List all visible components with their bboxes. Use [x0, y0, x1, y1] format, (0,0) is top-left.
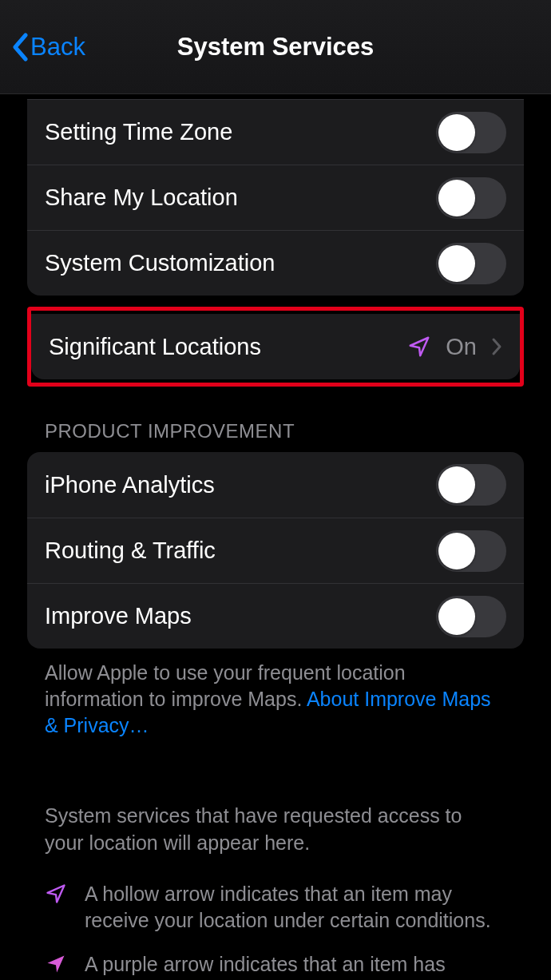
row-label: iPhone Analytics: [45, 472, 215, 498]
back-button[interactable]: Back: [11, 33, 85, 61]
toggle-setting-time-zone[interactable]: [436, 112, 506, 153]
row-iphone-analytics: iPhone Analytics: [27, 452, 524, 518]
row-share-my-location: Share My Location: [27, 165, 524, 230]
page-title: System Services: [177, 33, 374, 61]
row-setting-time-zone: Setting Time Zone: [27, 99, 524, 165]
row-label: Share My Location: [45, 184, 238, 211]
settings-group-product-improvement: iPhone Analytics Routing & Traffic Impro…: [27, 452, 524, 649]
legend-item-purple: A purple arrow indicates that an item ha…: [45, 951, 506, 981]
row-label: Significant Locations: [49, 334, 261, 360]
back-label: Back: [30, 33, 85, 61]
toggle-routing-traffic[interactable]: [436, 530, 506, 572]
row-system-customization: System Customization: [27, 230, 524, 296]
location-arrow-hollow-icon: [45, 881, 70, 905]
legend-text: A purple arrow indicates that an item ha…: [85, 951, 506, 981]
navbar: Back System Services: [0, 0, 551, 94]
legend-text: A hollow arrow indicates that an item ma…: [85, 881, 506, 934]
toggle-system-customization[interactable]: [436, 243, 506, 284]
row-label: Improve Maps: [45, 603, 192, 629]
location-arrow-filled-icon: [45, 951, 70, 975]
row-label: Routing & Traffic: [45, 538, 216, 564]
legend-item-hollow: A hollow arrow indicates that an item ma…: [45, 881, 506, 934]
row-value: On: [446, 334, 477, 360]
row-significant-locations[interactable]: Significant Locations On: [31, 314, 520, 379]
row-label: System Customization: [45, 250, 276, 276]
toggle-iphone-analytics[interactable]: [436, 464, 506, 506]
row-improve-maps: Improve Maps: [27, 583, 524, 649]
settings-group-system: Setting Time Zone Share My Location Syst…: [27, 99, 524, 296]
chevron-right-icon: [491, 337, 502, 356]
legend: System services that have requested acce…: [45, 803, 506, 980]
section-header-product-improvement: PRODUCT IMPROVEMENT: [45, 420, 506, 442]
legend-intro: System services that have requested acce…: [45, 803, 506, 857]
toggle-improve-maps[interactable]: [436, 596, 506, 637]
row-label: Setting Time Zone: [45, 119, 232, 145]
footer-improve-maps: Allow Apple to use your frequent locatio…: [45, 660, 506, 739]
location-arrow-hollow-icon: [407, 335, 431, 359]
toggle-share-my-location[interactable]: [436, 177, 506, 219]
highlight-box: Significant Locations On: [27, 307, 524, 387]
row-routing-traffic: Routing & Traffic: [27, 518, 524, 583]
chevron-left-icon: [11, 33, 29, 61]
